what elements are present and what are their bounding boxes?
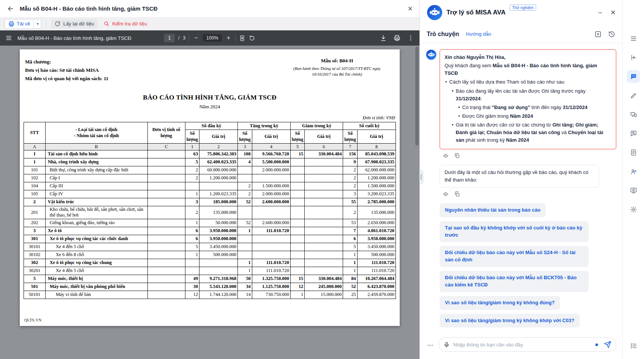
magnifier-icon (104, 21, 109, 27)
download-icon (380, 35, 387, 41)
copy-button[interactable] (454, 153, 460, 159)
report-title: Mẫu số B04-H - Báo cáo tình hình tăng, g… (20, 5, 158, 12)
more-horizontal-icon (426, 340, 434, 349)
suggested-question-chip[interactable]: Vì sao số liệu tăng/giảm trong kỳ không … (440, 314, 580, 328)
table-row: 102Cấp I21.200.000.00021.200.000.000 (24, 174, 396, 182)
download-label: Tải về (17, 21, 30, 27)
suggested-question-chip[interactable]: Nguyên nhân thiếu tài sản trong báo cáo (440, 203, 546, 217)
rotate-button[interactable] (249, 35, 255, 41)
column-header-unit: Đơn vị tính số lượng (147, 122, 185, 144)
suggested-question-chip[interactable]: Tại sao số đầu kỳ không khớp với số cuối… (440, 221, 589, 242)
page-separator: / (178, 35, 179, 41)
letter-cell: 1 (185, 144, 199, 150)
issued-note: (Ban hành theo Thông tư số 107/2017/TT-B… (283, 66, 391, 77)
page-footer-brand: QLTS.VN (24, 318, 41, 322)
back-button[interactable] (7, 5, 14, 13)
page-total: 3 (183, 35, 185, 41)
mic-icon (443, 342, 450, 348)
report-close-button[interactable]: × (408, 5, 413, 13)
letter-cell: 6 (305, 144, 343, 150)
pdf-scrollbar-thumb[interactable] (415, 47, 419, 145)
assistant-window-buttons: − × (598, 8, 616, 17)
letter-cell: A (24, 144, 46, 150)
history-button[interactable] (608, 30, 616, 38)
refresh-data-button[interactable]: Lấy lại dữ liệu (51, 19, 98, 29)
download-split-button[interactable]: Tải về ▾ (5, 19, 41, 29)
status-dot (595, 343, 598, 346)
assistant-close-button[interactable]: × (611, 8, 616, 17)
message1-bullets: •Cách lấy số liệu dựa theo Tham số báo c… (445, 78, 611, 144)
suggested-question-chip[interactable]: Đối chiếu dữ liệu báo cáo này với Mẫu số… (440, 246, 589, 267)
pdf-menu-button[interactable] (5, 35, 12, 41)
toolbar-menu-button[interactable] (627, 32, 640, 45)
minimize-button[interactable]: − (598, 9, 602, 16)
add-user-tool-button[interactable] (627, 165, 640, 178)
subheader-value: Giá trị (357, 130, 396, 144)
collapse-panel-icon (630, 54, 637, 61)
search-chat-tool-button[interactable] (627, 127, 640, 140)
refresh-label: Lấy lại dữ liệu (63, 21, 94, 27)
new-chat-button[interactable] (594, 30, 602, 38)
subheader-icons (594, 30, 616, 38)
collapse-panel-button[interactable] (627, 51, 640, 64)
subheader-value: Giá trị (305, 130, 343, 144)
column-header-decrease: Giảm trong kỳ (290, 122, 343, 130)
screen-record-tool-button[interactable] (627, 184, 640, 197)
chat-input-container[interactable] (438, 337, 616, 352)
devices-icon (630, 111, 637, 118)
table-row: 201Kho chứa, bể chứa, bãi đỗ, sân phơi, … (24, 206, 396, 219)
table-row: 302Xe ô tô phục vụ công tác chung1111.01… (24, 259, 396, 267)
subheader-value: Giá trị (252, 130, 290, 144)
table-row: 30102Xe 6 đến 8 chỗ1500.000.0001500.000.… (24, 251, 396, 259)
copy-icon (454, 191, 460, 197)
pdf-canvas: Mã chương: Đơn vị báo cáo: Sở tài chính … (0, 46, 419, 359)
edit-icon (630, 92, 637, 99)
chat-tool-button[interactable] (627, 70, 640, 83)
printer-icon (8, 21, 14, 27)
pdf-more-button[interactable] (407, 35, 414, 41)
tab-chat[interactable]: Trò chuyện (427, 31, 459, 38)
robot-avatar-icon (426, 49, 437, 60)
checklist-tool-button[interactable] (627, 339, 640, 352)
caret-down-icon[interactable]: ▾ (33, 19, 41, 28)
read-aloud-button[interactable] (443, 191, 449, 197)
letter-cell: 7 (343, 144, 357, 150)
suggested-question-chip[interactable]: Vì sao số liệu tăng/giảm trong kỳ không … (440, 296, 560, 310)
report-table-body: ITài sản cố định hữu hình6375.806.342.30… (24, 150, 396, 299)
rotate-icon (249, 35, 255, 41)
devices-tool-button[interactable] (627, 108, 640, 121)
assistant-panel: Trợ lý số MISA AVA Thử nghiệm − × Trò ch… (420, 0, 644, 359)
chat-input[interactable] (453, 342, 592, 348)
assistant-avatar (427, 5, 443, 21)
send-button[interactable] (604, 341, 611, 348)
settings-button[interactable] (627, 203, 640, 216)
intro-line: Quý khách đang xem Mẫu số B04-H - Báo cá… (445, 62, 611, 77)
edit-tool-button[interactable] (627, 89, 640, 102)
note-tool-button[interactable] (627, 146, 640, 159)
column-header-closing: Số cuối kỳ (343, 122, 396, 130)
column-header-opening: Số đầu kỳ (185, 122, 238, 130)
panel-resize-handle[interactable] (419, 170, 423, 184)
table-row: 50101Máy vi tính để bàn121.744.120.00014… (24, 291, 396, 299)
zoom-out-button[interactable]: − (193, 35, 199, 41)
toolbar-divider (46, 21, 46, 27)
assistant-message-row: Xin chào Nguyễn Thị Hòa, Quý khách đang … (426, 49, 616, 149)
arrow-left-icon (7, 5, 14, 13)
subheader-qty: Số lượng (238, 130, 252, 144)
letter-cell: 4 (252, 144, 290, 150)
table-row: 1Nhà, công trình xây dựng562.400.023.335… (24, 158, 396, 166)
copy-button[interactable] (454, 191, 460, 197)
check-data-button[interactable]: Kiểm tra dữ liệu (104, 21, 147, 27)
zoom-in-button[interactable]: + (225, 35, 232, 41)
guide-link[interactable]: Hướng dẫn (466, 31, 491, 37)
fit-page-button[interactable] (239, 35, 245, 41)
read-aloud-button[interactable] (443, 153, 449, 159)
subheader-qty: Số lượng (343, 130, 357, 144)
pdf-print-button[interactable] (394, 35, 400, 41)
letter-cell: 5 (290, 144, 304, 150)
mic-button[interactable] (443, 342, 450, 348)
page-number-input[interactable] (164, 34, 175, 42)
pdf-download-button[interactable] (380, 35, 387, 41)
suggested-question-chip[interactable]: Đối chiếu dữ liệu báo cáo này với Mẫu số… (440, 271, 589, 292)
more-options-button[interactable] (426, 340, 434, 349)
